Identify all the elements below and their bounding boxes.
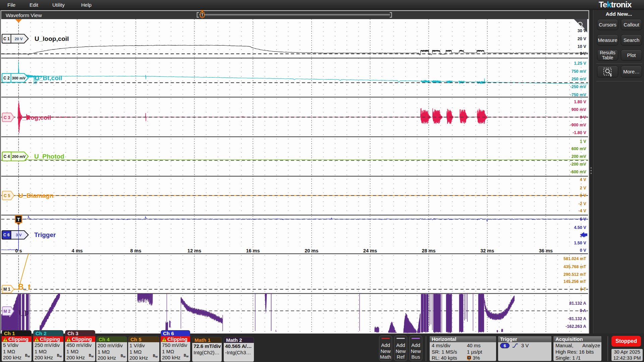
svg-text:T: T [201,13,203,17]
svg-text:750 mV: 750 mV [572,69,586,74]
svg-text:U_Bt,coil: U_Bt,coil [35,74,62,81]
svg-text:16 ms: 16 ms [246,248,260,253]
svg-text:1 V: 1 V [580,139,586,144]
svg-text:24 ms: 24 ms [363,248,377,253]
svg-text:T: T [468,356,470,359]
svg-text:250 mV: 250 mV [572,77,586,81]
svg-text:0 V: 0 V [580,51,586,56]
svg-text:20 V: 20 V [15,37,23,41]
svg-text:81.132 A: 81.132 A [569,301,586,306]
svg-text:0 T: 0 T [580,287,586,292]
svg-text:2 V: 2 V [580,186,586,190]
svg-text:-2 V: -2 V [579,201,587,206]
svg-text:8 ms: 8 ms [130,248,141,253]
svg-text:-200 mV: -200 mV [570,162,587,167]
svg-text:C 1: C 1 [3,37,10,41]
svg-text:0 A: 0 A [580,308,586,313]
svg-text:-750 mV: -750 mV [570,93,587,97]
svg-text:1.25 V: 1.25 V [574,61,586,66]
svg-text:1.50 V: 1.50 V [574,241,586,245]
svg-text:U_Diamagn: U_Diamagn [18,192,54,199]
svg-text:20 ms: 20 ms [305,248,318,253]
svg-text:U_loop,coil: U_loop,coil [35,35,69,42]
svg-text:C 5: C 5 [4,193,10,198]
svg-text:I_p: I_p [19,308,29,316]
svg-text:C 6: C 6 [3,233,10,237]
svg-text:0 V: 0 V [580,248,586,253]
svg-text:900 mV: 900 mV [572,107,586,112]
svg-text:581.024 mT: 581.024 mT [564,256,586,261]
svg-text:M 2: M 2 [3,309,10,314]
svg-text:4 ms: 4 ms [72,248,83,253]
svg-text:6 V: 6 V [580,217,586,222]
svg-text:600 mV: 600 mV [572,146,586,151]
svg-text:10 V: 10 V [578,44,586,49]
svg-text:200 mV: 200 mV [12,155,26,159]
svg-text:U_Rog,coil: U_Rog,coil [18,114,51,121]
svg-text:145.256 mT: 145.256 mT [564,279,586,284]
svg-text:0 V: 0 V [580,115,586,120]
svg-text:1.80 V: 1.80 V [574,100,586,104]
svg-text:290.512 mT: 290.512 mT [564,272,586,277]
svg-text:-1.80 V: -1.80 V [573,130,586,135]
svg-text:12 ms: 12 ms [187,248,201,253]
svg-text:Trigger: Trigger [34,231,56,238]
svg-text:C 4: C 4 [4,154,10,159]
svg-text:32 ms: 32 ms [480,248,494,253]
svg-text:4.50 V: 4.50 V [574,225,586,230]
svg-text:C 3: C 3 [4,115,10,120]
svg-text:28 ms: 28 ms [422,248,435,253]
svg-text:20 V: 20 V [578,37,586,41]
svg-text:-250 mV: -250 mV [570,84,587,89]
svg-text:-900 mV: -900 mV [570,123,587,127]
svg-text:300 mV: 300 mV [12,76,26,80]
svg-text:C 2: C 2 [3,76,10,80]
svg-text:T: T [17,217,20,222]
svg-text:-162.263 A: -162.263 A [566,324,586,329]
svg-text:0 V: 0 V [580,193,586,198]
svg-text:M 1: M 1 [3,287,10,292]
svg-text:200 mV: 200 mV [572,154,586,159]
svg-text:-81.132 A: -81.132 A [568,316,586,321]
svg-text:36 ms: 36 ms [539,248,553,253]
svg-text:U_Photod: U_Photod [34,153,64,160]
svg-text:Waveform View: Waveform View [6,12,42,18]
svg-text:-600 mV: -600 mV [570,170,587,174]
svg-text:0 s: 0 s [15,248,22,253]
svg-text:-4 V: -4 V [579,208,587,213]
svg-text:435.768 mT: 435.768 mT [564,264,586,269]
svg-text:B_t: B_t [18,283,31,291]
svg-text:4 V: 4 V [580,177,586,182]
